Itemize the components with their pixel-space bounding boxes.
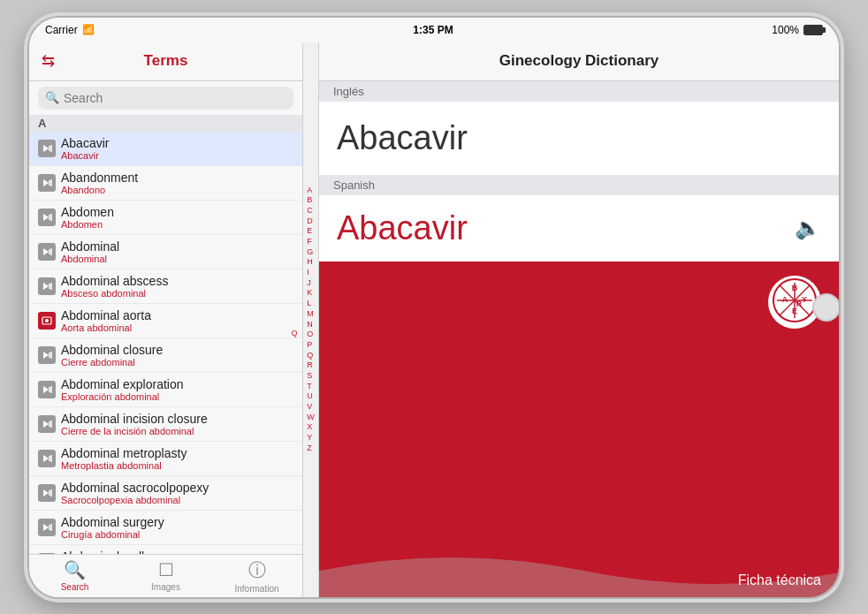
term-es: Cierre de la incisión abdominal [61, 426, 208, 436]
detail-content: Inglés Abacavir Spanish Abacavir 🔈 [319, 81, 839, 597]
tab-information[interactable]: ⓘ Information [211, 555, 302, 597]
term-item[interactable]: Abdominal aortaAorta abdominal [29, 304, 302, 338]
alpha-h[interactable]: H [307, 257, 315, 268]
section-header-a: A [29, 115, 302, 132]
term-en: Abdominal [61, 239, 119, 254]
alpha-t[interactable]: T [307, 382, 315, 392]
alpha-w[interactable]: W [307, 413, 315, 423]
ficha-tecnica-button[interactable]: Ficha técnica [738, 572, 821, 588]
term-item[interactable]: Abdominal abscessAbsceso abdominal [29, 269, 302, 304]
alpha-n[interactable]: N [307, 320, 315, 330]
term-item[interactable]: Abdominal explorationExploración abdomin… [29, 373, 302, 407]
alpha-o[interactable]: O [307, 330, 315, 340]
photo-icon [38, 312, 56, 330]
alpha-l[interactable]: L [307, 299, 315, 309]
term-item[interactable]: Abdominal metroplastyMetroplastia abdomi… [29, 442, 302, 476]
alpha-f[interactable]: F [307, 237, 315, 247]
svg-marker-12 [43, 283, 49, 290]
term-item[interactable]: Abdominal wallPared abdominal [29, 545, 302, 554]
tab-search[interactable]: 🔍 Search [29, 555, 120, 597]
svg-marker-6 [43, 214, 49, 221]
alpha-b[interactable]: B [307, 195, 315, 206]
alpha-a[interactable]: A [307, 186, 315, 196]
alpha-q[interactable]: Q [307, 351, 315, 361]
term-en: Abdominal wall [61, 550, 144, 554]
term-es: Cirugía abdominal [61, 529, 164, 540]
term-en: Abacavir [61, 136, 109, 150]
alpha-u[interactable]: U [307, 391, 315, 402]
battery-icon [803, 25, 823, 35]
alpha-m[interactable]: M [307, 309, 315, 320]
status-left: Carrier 📶 [45, 24, 95, 36]
term-es: Abandono [61, 185, 138, 195]
left-panel-title: Terms [144, 52, 188, 70]
lang-label-english: Inglés [319, 81, 839, 102]
wifi-icon: 📶 [82, 24, 95, 35]
ipad-frame: Carrier 📶 1:35 PM 100% ⇆ Terms 🔍 [27, 16, 841, 599]
alpha-sidebar: Q [286, 115, 302, 554]
term-en: Abdominal surgery [61, 515, 164, 529]
svg-marker-26 [43, 455, 49, 462]
alpha-g[interactable]: G [307, 247, 315, 258]
alpha-z[interactable]: Z [307, 443, 315, 454]
term-spanish-row: Abacavir 🔈 [319, 195, 839, 262]
search-input-wrapper[interactable]: 🔍 [38, 87, 293, 110]
alpha-v[interactable]: V [307, 402, 315, 413]
left-header: ⇆ Terms [29, 42, 302, 81]
term-es: Aorta abdominal [61, 322, 151, 333]
audio-icon [38, 381, 56, 398]
svg-marker-9 [43, 248, 49, 255]
terms-list: AbacavirAbacavirAbandonmentAbandonoAbdom… [29, 132, 302, 554]
term-text: AbdomenAbdomen [61, 205, 114, 230]
terms-list-area[interactable]: A AbacavirAbacavirAbandonmentAbandonoAbd… [29, 115, 302, 554]
term-text: Abdominal incision closureCierre de la i… [61, 412, 208, 436]
audio-icon [38, 208, 56, 226]
alpha-c[interactable]: C [307, 206, 315, 216]
info-tab-icon: ⓘ [248, 558, 266, 582]
term-item[interactable]: Abdominal surgeryCirugía abdominal [29, 511, 302, 545]
alpha-d[interactable]: D [307, 216, 315, 227]
alpha-r[interactable]: R [307, 360, 315, 371]
home-button[interactable] [812, 293, 841, 322]
term-item[interactable]: AbacavirAbacavir [29, 132, 302, 166]
term-item[interactable]: AbdominalAbdominal [29, 235, 302, 269]
bayer-section: B A Y E R [319, 262, 839, 597]
audio-icon [38, 243, 56, 261]
alpha-x[interactable]: X [307, 422, 315, 433]
svg-text:Y: Y [802, 295, 807, 304]
shuffle-icon[interactable]: ⇆ [42, 51, 55, 71]
alpha-y[interactable]: Y [307, 433, 315, 443]
alpha-index: ABCDEFGHIJKLMNOPQRSTUVWXYZ [303, 42, 319, 597]
audio-icon [38, 519, 56, 536]
alpha-p[interactable]: P [307, 340, 315, 351]
alpha-i[interactable]: I [307, 268, 315, 278]
alpha-j[interactable]: J [307, 278, 315, 289]
status-right: 100% [772, 24, 823, 36]
term-item[interactable]: Abdominal sacrocolpopexySacrocolpopexia … [29, 476, 302, 511]
right-panel: Ginecology Dictionary Inglés Abacavir Sp… [319, 42, 839, 597]
term-item[interactable]: Abdominal incision closureCierre de la i… [29, 407, 302, 442]
term-item[interactable]: Abdominal closureCierre abdominal [29, 338, 302, 373]
tab-images[interactable]: ☐ Images [120, 555, 211, 597]
svg-point-16 [45, 319, 49, 322]
alpha-k[interactable]: K [307, 288, 315, 299]
search-icon: 🔍 [45, 91, 59, 104]
right-panel-title: Ginecology Dictionary [499, 52, 659, 70]
speaker-icon[interactable]: 🔈 [795, 216, 821, 240]
term-item[interactable]: AbdomenAbdomen [29, 201, 302, 235]
alpha-e[interactable]: E [307, 226, 315, 237]
term-text: AbacavirAbacavir [61, 136, 109, 161]
term-text: AbdominalAbdominal [61, 239, 119, 264]
status-bar: Carrier 📶 1:35 PM 100% [29, 18, 839, 42]
svg-text:R: R [796, 299, 803, 308]
term-text: Abdominal aortaAorta abdominal [61, 308, 151, 333]
term-es: Absceso abdominal [61, 288, 168, 299]
term-text: Abdominal abscessAbsceso abdominal [61, 274, 168, 299]
svg-marker-23 [43, 421, 49, 428]
svg-text:A: A [782, 295, 788, 304]
term-text: Abdominal metroplastyMetroplastia abdomi… [61, 446, 187, 471]
term-item[interactable]: AbandonmentAbandono [29, 166, 302, 201]
svg-marker-17 [43, 352, 49, 359]
alpha-s[interactable]: S [307, 371, 315, 382]
search-input[interactable] [64, 91, 286, 105]
